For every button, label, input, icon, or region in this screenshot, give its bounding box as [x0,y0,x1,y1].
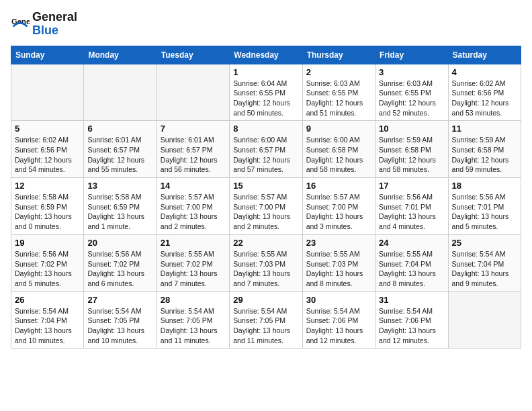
calendar-cell [84,64,157,121]
day-info: Sunrise: 5:55 AMSunset: 7:02 PMDaylight:… [161,249,226,289]
day-info: Sunrise: 5:56 AMSunset: 7:02 PMDaylight:… [87,249,152,289]
day-number: 20 [87,238,152,248]
day-number: 17 [379,181,444,191]
weekday-monday: Monday [84,46,157,64]
day-number: 24 [379,238,444,248]
calendar-cell: 4Sunrise: 6:02 AMSunset: 6:56 PMDaylight… [448,64,521,121]
weekday-tuesday: Tuesday [157,46,229,64]
day-info: Sunrise: 6:03 AMSunset: 6:55 PMDaylight:… [306,79,371,118]
calendar-cell: 24Sunrise: 5:55 AMSunset: 7:04 PMDayligh… [375,234,448,291]
weekday-saturday: Saturday [448,46,521,64]
calendar-cell: 23Sunrise: 5:55 AMSunset: 7:03 PMDayligh… [302,234,375,291]
svg-text:General: General [11,17,30,26]
day-info: Sunrise: 5:54 AMSunset: 7:05 PMDaylight:… [87,306,152,346]
day-info: Sunrise: 5:57 AMSunset: 7:00 PMDaylight:… [306,192,371,232]
calendar-cell: 5Sunrise: 6:02 AMSunset: 6:56 PMDaylight… [11,121,84,178]
calendar-cell: 9Sunrise: 6:00 AMSunset: 6:58 PMDaylight… [302,121,375,178]
day-number: 25 [452,238,517,248]
day-number: 6 [87,124,152,134]
calendar-cell: 25Sunrise: 5:54 AMSunset: 7:04 PMDayligh… [448,234,521,291]
calendar-cell: 29Sunrise: 5:54 AMSunset: 7:05 PMDayligh… [230,291,302,349]
calendar-cell: 8Sunrise: 6:00 AMSunset: 6:57 PMDaylight… [230,121,302,178]
weekday-friday: Friday [375,46,448,64]
day-info: Sunrise: 5:56 AMSunset: 7:02 PMDaylight:… [15,249,80,289]
day-info: Sunrise: 5:54 AMSunset: 7:04 PMDaylight:… [452,249,517,289]
day-number: 2 [306,67,371,77]
page-header: General GeneralBlue [11,11,521,38]
day-info: Sunrise: 5:57 AMSunset: 7:00 PMDaylight:… [233,192,298,232]
calendar-cell: 15Sunrise: 5:57 AMSunset: 7:00 PMDayligh… [230,178,302,235]
calendar-week-1: 1Sunrise: 6:04 AMSunset: 6:55 PMDaylight… [11,64,521,121]
day-info: Sunrise: 6:01 AMSunset: 6:57 PMDaylight:… [87,135,152,175]
calendar-cell: 28Sunrise: 5:54 AMSunset: 7:05 PMDayligh… [157,291,229,349]
day-info: Sunrise: 5:58 AMSunset: 6:59 PMDaylight:… [87,192,152,232]
calendar-cell [448,291,521,349]
day-info: Sunrise: 5:54 AMSunset: 7:05 PMDaylight:… [233,306,298,346]
day-number: 13 [87,181,152,191]
logo-text: GeneralBlue [32,11,77,38]
calendar-cell: 31Sunrise: 5:54 AMSunset: 7:06 PMDayligh… [375,291,448,349]
calendar-cell: 17Sunrise: 5:56 AMSunset: 7:01 PMDayligh… [375,178,448,235]
day-info: Sunrise: 6:03 AMSunset: 6:55 PMDaylight:… [379,79,444,118]
calendar-body: 1Sunrise: 6:04 AMSunset: 6:55 PMDaylight… [11,64,521,349]
day-info: Sunrise: 5:54 AMSunset: 7:06 PMDaylight:… [306,306,371,346]
calendar-cell: 6Sunrise: 6:01 AMSunset: 6:57 PMDaylight… [84,121,157,178]
day-info: Sunrise: 5:59 AMSunset: 6:58 PMDaylight:… [452,135,517,175]
day-number: 29 [233,295,298,305]
calendar-week-4: 19Sunrise: 5:56 AMSunset: 7:02 PMDayligh… [11,234,521,291]
day-info: Sunrise: 5:55 AMSunset: 7:04 PMDaylight:… [379,249,444,289]
calendar-cell: 10Sunrise: 5:59 AMSunset: 6:58 PMDayligh… [375,121,448,178]
day-number: 15 [233,181,298,191]
calendar-week-5: 26Sunrise: 5:54 AMSunset: 7:04 PMDayligh… [11,291,521,349]
day-number: 3 [379,67,444,77]
day-info: Sunrise: 6:02 AMSunset: 6:56 PMDaylight:… [452,79,517,118]
calendar-week-3: 12Sunrise: 5:58 AMSunset: 6:59 PMDayligh… [11,178,521,235]
day-info: Sunrise: 5:55 AMSunset: 7:03 PMDaylight:… [306,249,371,289]
day-number: 26 [15,295,80,305]
day-number: 11 [452,124,517,134]
calendar-cell: 20Sunrise: 5:56 AMSunset: 7:02 PMDayligh… [84,234,157,291]
day-info: Sunrise: 5:59 AMSunset: 6:58 PMDaylight:… [379,135,444,175]
day-info: Sunrise: 5:56 AMSunset: 7:01 PMDaylight:… [379,192,444,232]
day-info: Sunrise: 5:54 AMSunset: 7:04 PMDaylight:… [15,306,80,346]
day-number: 1 [233,67,298,77]
day-info: Sunrise: 5:55 AMSunset: 7:03 PMDaylight:… [233,249,298,289]
calendar-cell: 30Sunrise: 5:54 AMSunset: 7:06 PMDayligh… [302,291,375,349]
calendar-week-2: 5Sunrise: 6:02 AMSunset: 6:56 PMDaylight… [11,121,521,178]
day-number: 12 [15,181,80,191]
day-number: 27 [87,295,152,305]
day-number: 14 [161,181,226,191]
day-info: Sunrise: 6:00 AMSunset: 6:58 PMDaylight:… [306,135,371,175]
day-info: Sunrise: 6:01 AMSunset: 6:57 PMDaylight:… [161,135,226,175]
day-number: 21 [161,238,226,248]
calendar-cell: 13Sunrise: 5:58 AMSunset: 6:59 PMDayligh… [84,178,157,235]
logo: General GeneralBlue [11,11,77,38]
calendar-cell: 26Sunrise: 5:54 AMSunset: 7:04 PMDayligh… [11,291,84,349]
calendar-header: SundayMondayTuesdayWednesdayThursdayFrid… [11,46,521,64]
calendar-cell: 18Sunrise: 5:56 AMSunset: 7:01 PMDayligh… [448,178,521,235]
day-number: 28 [161,295,226,305]
day-number: 18 [452,181,517,191]
calendar-cell: 7Sunrise: 6:01 AMSunset: 6:57 PMDaylight… [157,121,229,178]
weekday-sunday: Sunday [11,46,84,64]
day-info: Sunrise: 5:57 AMSunset: 7:00 PMDaylight:… [161,192,226,232]
day-number: 22 [233,238,298,248]
day-number: 10 [379,124,444,134]
calendar-cell: 19Sunrise: 5:56 AMSunset: 7:02 PMDayligh… [11,234,84,291]
day-number: 9 [306,124,371,134]
day-info: Sunrise: 6:00 AMSunset: 6:57 PMDaylight:… [233,135,298,175]
calendar-cell: 1Sunrise: 6:04 AMSunset: 6:55 PMDaylight… [230,64,302,121]
logo-icon: General [11,15,30,34]
day-number: 30 [306,295,371,305]
day-info: Sunrise: 5:56 AMSunset: 7:01 PMDaylight:… [452,192,517,232]
calendar-cell: 21Sunrise: 5:55 AMSunset: 7:02 PMDayligh… [157,234,229,291]
day-info: Sunrise: 6:02 AMSunset: 6:56 PMDaylight:… [15,135,80,175]
calendar-cell [157,64,229,121]
weekday-wednesday: Wednesday [230,46,302,64]
calendar-cell: 2Sunrise: 6:03 AMSunset: 6:55 PMDaylight… [302,64,375,121]
day-info: Sunrise: 6:04 AMSunset: 6:55 PMDaylight:… [233,79,298,118]
day-number: 8 [233,124,298,134]
day-number: 16 [306,181,371,191]
day-info: Sunrise: 5:58 AMSunset: 6:59 PMDaylight:… [15,192,80,232]
day-number: 31 [379,295,444,305]
